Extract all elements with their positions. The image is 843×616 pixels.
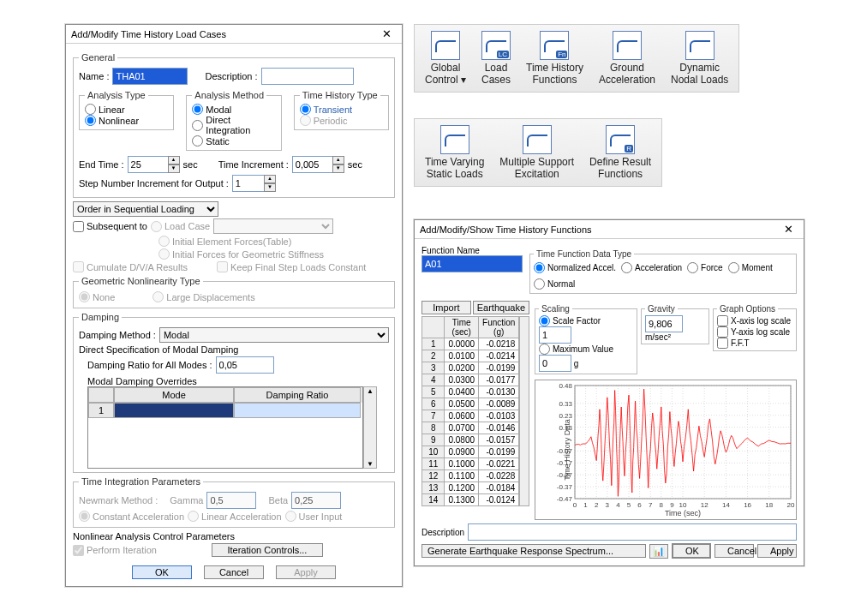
check-keepfinal: Keep Final Step Loads Constant bbox=[217, 261, 366, 272]
svg-text:0: 0 bbox=[573, 501, 577, 509]
radio-normal[interactable]: Normal bbox=[534, 278, 575, 290]
check-subsequent[interactable]: Subsequent to bbox=[73, 221, 147, 232]
table-row[interactable]: 120.1100-0.0228 bbox=[422, 470, 519, 482]
ok-button[interactable]: OK bbox=[672, 543, 711, 559]
desc-input[interactable] bbox=[468, 523, 797, 541]
table-row[interactable]: 70.0600-0.0103 bbox=[422, 410, 519, 422]
direct-spec-label: Direct Specification of Modal Damping bbox=[79, 344, 389, 355]
import-button[interactable]: Import bbox=[422, 301, 471, 314]
table-row[interactable]: 130.1200-0.0184 bbox=[422, 482, 519, 494]
data-table[interactable]: Time (sec)Function (g) 10.0000-0.021820.… bbox=[422, 316, 519, 506]
tip-group: Time Integration Parameters Newmark Meth… bbox=[73, 476, 395, 528]
radio-linear[interactable]: Linear bbox=[85, 104, 168, 115]
load-cases-dialog: Add/Modify Time History Load Cases ✕ Gen… bbox=[65, 24, 403, 587]
damping-group: Damping Damping Method : Modal Direct Sp… bbox=[73, 312, 395, 473]
toolbar-item[interactable]: RDefine Result Functions bbox=[583, 123, 658, 182]
radio-accel[interactable]: Acceleration bbox=[621, 262, 682, 273]
overrides-grid[interactable]: ModeDamping Ratio 1 bbox=[87, 386, 363, 469]
toolbar-item[interactable]: Dynamic Nodal Loads bbox=[664, 28, 735, 88]
table-row[interactable]: 100.0900-0.0199 bbox=[422, 446, 519, 458]
ratio-input[interactable] bbox=[216, 356, 274, 374]
radio-direct[interactable]: Direct Integration bbox=[192, 115, 275, 135]
table-row[interactable]: 110.1000-0.0221 bbox=[422, 458, 519, 470]
table-row[interactable]: 50.0400-0.0130 bbox=[422, 386, 519, 398]
table-row[interactable]: 140.1300-0.0124 bbox=[422, 494, 519, 506]
damp-method-label: Damping Method : bbox=[79, 330, 156, 340]
table-row[interactable]: 20.0100-0.0214 bbox=[422, 350, 519, 362]
loadcase-select bbox=[213, 218, 333, 234]
toolbar-item[interactable]: Time Varying Static Loads bbox=[418, 123, 491, 182]
table-row[interactable]: 40.0300-0.0177 bbox=[422, 374, 519, 386]
close-icon[interactable]: ✕ bbox=[377, 27, 397, 40]
endtime-spinner[interactable]: ▲▼ bbox=[128, 156, 180, 173]
table-row[interactable]: 80.0700-0.0146 bbox=[422, 422, 519, 434]
desc-label: Description bbox=[422, 528, 464, 537]
toolbar-item[interactable]: Multiple Support Excitation bbox=[493, 123, 581, 182]
dialog-title: Add/Modify Time History Load Cases bbox=[71, 29, 226, 39]
order-select[interactable]: Order in Sequential Loading bbox=[73, 201, 218, 217]
radio-moment[interactable]: Moment bbox=[728, 262, 773, 273]
close-icon[interactable]: ✕ bbox=[779, 223, 798, 236]
radio-max-value[interactable]: Maximum Value bbox=[539, 344, 633, 355]
toolbar-item[interactable]: FnTime History Functions bbox=[519, 28, 590, 88]
svg-text:0.33: 0.33 bbox=[559, 400, 572, 408]
svg-text:7: 7 bbox=[649, 501, 653, 509]
earthquake-button[interactable]: Earthquake bbox=[473, 301, 529, 314]
nacp-label: Nonlinear Analysis Control Parameters bbox=[73, 531, 395, 541]
desc-label: Description : bbox=[205, 71, 257, 81]
cancel-button[interactable]: Cancel bbox=[204, 565, 264, 579]
svg-text:0.48: 0.48 bbox=[559, 382, 572, 390]
sf-input[interactable] bbox=[539, 326, 571, 344]
desc-input[interactable] bbox=[261, 68, 354, 85]
name-input[interactable] bbox=[112, 68, 188, 85]
table-row[interactable]: 1 bbox=[88, 403, 362, 418]
check-xlog[interactable]: X-axis log scale bbox=[717, 315, 792, 326]
radio-modal[interactable]: Modal bbox=[192, 104, 275, 115]
radio-norm-accel[interactable]: Normalized Accel. bbox=[534, 262, 616, 273]
overrides-label: Modal Damping Overrides bbox=[79, 376, 389, 386]
radio-force[interactable]: Force bbox=[687, 262, 723, 273]
time-history-chart: Time History Data -0.47-0.37-0.27-0.17-0… bbox=[535, 380, 797, 520]
table-row[interactable]: 60.0500-0.0089 bbox=[422, 398, 519, 410]
table-row[interactable]: 30.0200-0.0199 bbox=[422, 362, 519, 374]
table-row[interactable]: 90.0800-0.0157 bbox=[422, 434, 519, 446]
functions-dialog: Add/Modify/Show Time History Functions ✕… bbox=[414, 219, 804, 566]
gen-spectrum-button[interactable]: Generate Earthquake Response Spectrum... bbox=[422, 544, 646, 558]
table-row[interactable]: 10.0000-0.0218 bbox=[422, 338, 519, 350]
radio-transient[interactable]: Transient bbox=[300, 104, 383, 115]
fn-name-input[interactable] bbox=[422, 255, 523, 272]
damp-method-select[interactable]: Modal bbox=[159, 327, 389, 343]
toolbar-item[interactable]: LCLoad Cases bbox=[475, 28, 517, 88]
cancel-button[interactable]: Cancel bbox=[714, 544, 754, 558]
ok-button[interactable]: OK bbox=[132, 565, 192, 579]
radio-nonlinear[interactable]: Nonlinear bbox=[85, 115, 168, 126]
radio-static[interactable]: Static bbox=[192, 135, 275, 147]
dialog-titlebar: Add/Modify Time History Load Cases ✕ bbox=[66, 25, 402, 44]
radio-scale-factor[interactable]: Scale Factor bbox=[539, 315, 633, 326]
gravity-input[interactable] bbox=[645, 315, 683, 332]
name-label: Name : bbox=[79, 71, 109, 81]
svg-text:16: 16 bbox=[744, 501, 751, 509]
svg-text:18: 18 bbox=[765, 501, 773, 509]
toolbar-item[interactable]: Global Control ▾ bbox=[418, 28, 473, 88]
svg-text:9: 9 bbox=[670, 501, 674, 509]
step-spinner[interactable]: ▲▼ bbox=[232, 175, 276, 192]
check-ylog[interactable]: Y-axis log scale bbox=[717, 326, 792, 338]
scrollbar[interactable] bbox=[519, 316, 529, 506]
check-fft[interactable]: F.F.T bbox=[717, 338, 792, 349]
chart-icon-button[interactable]: 📊 bbox=[649, 544, 668, 559]
step-label: Step Number Increment for Output : bbox=[79, 178, 229, 188]
scrollbar[interactable]: ▲▼ bbox=[363, 386, 377, 469]
svg-text:5: 5 bbox=[627, 501, 631, 509]
ti-spinner[interactable]: ▲▼ bbox=[292, 156, 344, 173]
apply-button[interactable]: Apply bbox=[757, 544, 797, 558]
svg-text:10: 10 bbox=[679, 501, 687, 509]
iteration-controls-button[interactable]: Iteration Controls... bbox=[212, 543, 323, 557]
fn-name-label: Function Name bbox=[422, 246, 524, 255]
toolbar-item[interactable]: Ground Acceleration bbox=[592, 28, 662, 88]
svg-text:2: 2 bbox=[595, 501, 599, 509]
mv-input[interactable] bbox=[539, 355, 571, 372]
svg-text:20: 20 bbox=[787, 501, 795, 509]
svg-text:-0.37: -0.37 bbox=[557, 483, 573, 491]
ribbon-toolbar: Global Control ▾LCLoad CasesFnTime Histo… bbox=[414, 24, 739, 93]
